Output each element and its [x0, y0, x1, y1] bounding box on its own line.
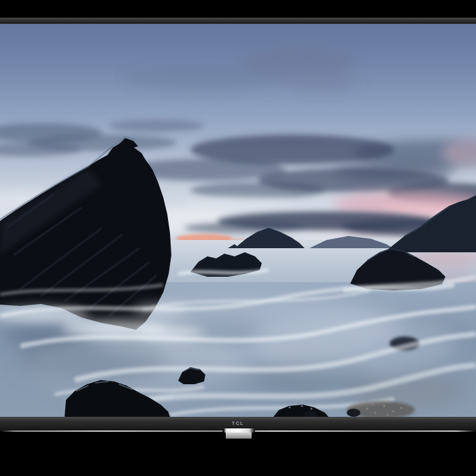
seascape-photo: [0, 24, 476, 417]
brand-logo: TCL: [232, 421, 244, 426]
tv-top-bezel: [0, 18, 476, 24]
product-image-canvas: TCL: [0, 0, 476, 476]
tv: TCL: [0, 0, 476, 476]
tv-stand-base: [226, 432, 252, 439]
tv-stand: [222, 428, 255, 439]
tv-screen: [0, 24, 476, 417]
